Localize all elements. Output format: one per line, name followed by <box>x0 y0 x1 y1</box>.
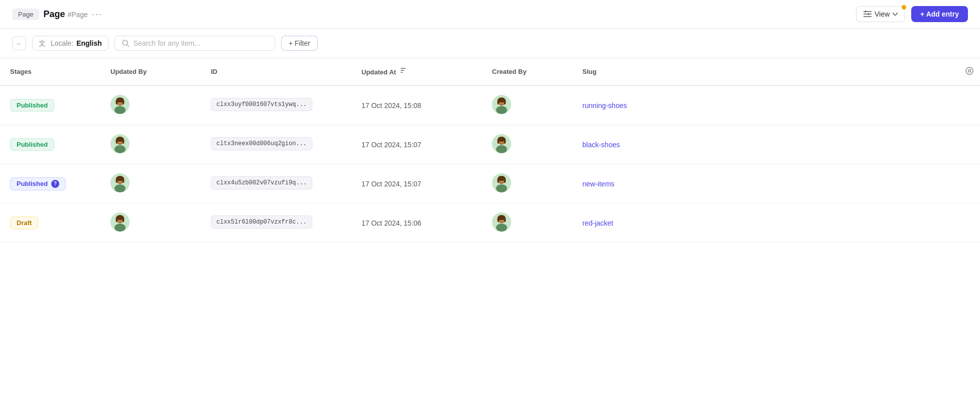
updated-at-cell: 17 Oct 2024, 15:07 <box>351 164 482 203</box>
avatar <box>492 134 511 153</box>
table-row[interactable]: Draft clxx5lr6l00dp07vzxfr8c... 17 Oct 2… <box>0 203 980 243</box>
collapse-button[interactable]: ← <box>12 36 26 50</box>
add-entry-button[interactable]: + Add entry <box>911 6 968 22</box>
updated-at-text: 17 Oct 2024, 15:07 <box>361 141 421 149</box>
updated-at-cell: 17 Oct 2024, 15:06 <box>351 203 482 243</box>
svg-point-66 <box>503 180 504 181</box>
notification-dot <box>902 5 906 10</box>
svg-point-36 <box>116 139 118 144</box>
svg-point-21 <box>121 101 122 102</box>
stage-badge: Published <box>10 99 54 112</box>
more-options-icon[interactable]: ··· <box>92 9 102 20</box>
stage-cell: Published <box>0 85 100 125</box>
svg-point-47 <box>500 141 501 142</box>
search-box[interactable]: Search for any item... <box>114 36 275 51</box>
top-bar-right: View + Add entry <box>856 6 968 22</box>
table-header-row: Stages Updated By ID Updated At <box>0 58 980 85</box>
svg-point-18 <box>116 99 118 105</box>
avatar <box>492 213 511 232</box>
slug-text: new-items <box>582 180 615 188</box>
row-settings-cell <box>955 125 980 164</box>
updated-by-cell <box>100 85 201 125</box>
id-cell: cltx3neex00d806uq2gion... <box>201 125 351 164</box>
svg-point-37 <box>122 139 125 144</box>
top-bar: Page Page #Page ··· View + Add entry <box>0 0 980 29</box>
id-cell: clxx3uyf0001607vts1ywq... <box>201 85 351 125</box>
svg-point-24 <box>496 106 507 114</box>
col-header-updated-at[interactable]: Updated At <box>351 58 482 85</box>
table-row[interactable]: Published? clxx4u5zb002v07vzufi9q... 17 … <box>0 164 980 203</box>
updated-at-text: 17 Oct 2024, 15:07 <box>361 180 421 188</box>
svg-point-63 <box>498 178 500 183</box>
settings-icon <box>965 66 974 75</box>
row-settings-cell <box>955 164 980 203</box>
filter-button[interactable]: + Filter <box>281 36 318 51</box>
svg-point-83 <box>500 219 501 220</box>
stage-cell: Draft <box>0 203 100 243</box>
id-chip: clxx3uyf0001607vts1ywq... <box>211 98 312 111</box>
svg-point-6 <box>122 40 128 45</box>
search-icon <box>122 40 130 47</box>
svg-point-64 <box>504 178 506 183</box>
avatar <box>110 95 130 114</box>
svg-point-42 <box>496 145 507 153</box>
avatar <box>110 173 130 192</box>
id-cell: clxx5lr6l00dp07vzxfr8c... <box>201 203 351 243</box>
view-button[interactable]: View <box>856 6 905 22</box>
stage-cell: Published <box>0 125 100 164</box>
svg-point-73 <box>122 217 125 222</box>
table-row[interactable]: Published cltx3neex00d806uq2gion... 17 O… <box>0 125 980 164</box>
tab-pill[interactable]: Page <box>12 9 39 20</box>
slug-text: running-shoes <box>582 101 627 110</box>
col-header-id: ID <box>201 58 351 85</box>
stage-badge: Published? <box>10 177 66 190</box>
svg-point-30 <box>503 101 504 102</box>
svg-point-48 <box>503 141 504 142</box>
top-bar-left: Page Page #Page ··· <box>12 9 102 20</box>
svg-point-20 <box>118 101 119 102</box>
info-icon[interactable]: ? <box>51 180 59 188</box>
svg-point-84 <box>503 219 504 220</box>
updated-by-cell <box>100 203 201 243</box>
slug-cell: red-jacket <box>572 203 955 243</box>
col-header-updated-by: Updated By <box>100 58 201 85</box>
col-header-created-by: Created By <box>482 58 572 85</box>
updated-by-cell <box>100 125 201 164</box>
svg-text:文: 文 <box>39 39 46 47</box>
translate-icon: 文 <box>39 39 48 47</box>
slug-text: black-shoes <box>582 141 620 149</box>
svg-point-38 <box>118 141 119 142</box>
slug-cell: black-shoes <box>572 125 955 164</box>
locale-select[interactable]: 文 Locale: English <box>32 36 108 51</box>
svg-point-28 <box>504 99 506 105</box>
page-title: Page #Page <box>43 9 88 20</box>
created-by-cell <box>482 164 572 203</box>
svg-point-72 <box>116 217 118 222</box>
slug-text: red-jacket <box>582 219 613 227</box>
col-header-settings[interactable] <box>955 58 980 85</box>
created-by-cell <box>482 85 572 125</box>
table-row[interactable]: Published clxx3uyf0001607vts1ywq... 17 O… <box>0 85 980 125</box>
stage-badge: Draft <box>10 217 38 229</box>
svg-point-69 <box>114 224 126 232</box>
chevron-down-icon <box>893 13 898 16</box>
svg-point-56 <box>118 180 119 181</box>
row-settings-cell <box>955 203 980 243</box>
svg-point-54 <box>116 178 118 183</box>
sort-icon <box>400 67 407 74</box>
avatar <box>492 173 511 192</box>
svg-point-39 <box>121 141 122 142</box>
updated-at-text: 17 Oct 2024, 15:08 <box>361 101 421 110</box>
id-chip: cltx3neex00d806uq2gion... <box>211 137 312 150</box>
svg-point-65 <box>500 180 501 181</box>
view-icon <box>864 11 872 18</box>
avatar <box>492 95 511 114</box>
created-by-cell <box>482 203 572 243</box>
stage-badge: Published <box>10 138 54 151</box>
svg-point-33 <box>114 145 126 153</box>
table-container: Stages Updated By ID Updated At <box>0 58 980 243</box>
id-chip: clxx4u5zb002v07vzufi9q... <box>211 176 312 189</box>
svg-point-60 <box>496 184 507 192</box>
col-header-stages: Stages <box>0 58 100 85</box>
svg-point-78 <box>496 224 507 232</box>
